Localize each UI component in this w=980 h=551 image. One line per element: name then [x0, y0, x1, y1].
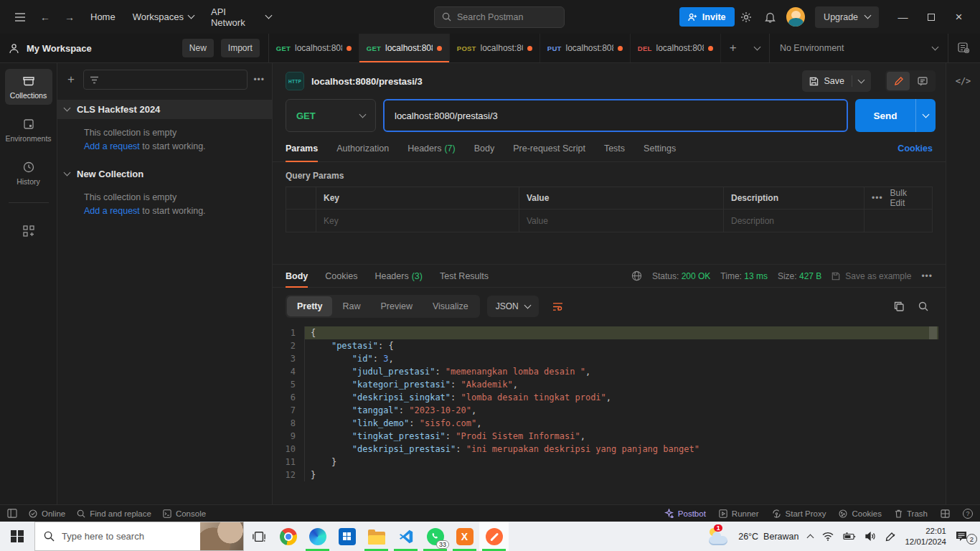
add-request-link[interactable]: Add a request: [84, 141, 140, 151]
taskbar-postman-icon[interactable]: [479, 522, 509, 551]
hamburger-menu-icon[interactable]: [7, 8, 33, 27]
user-avatar[interactable]: [786, 7, 805, 27]
battery-icon[interactable]: [843, 532, 856, 541]
taskbar-xampp-icon[interactable]: X: [450, 522, 479, 551]
view-raw[interactable]: Raw: [332, 296, 370, 316]
weather-text[interactable]: 26°C Berawan: [738, 532, 798, 542]
response-tab-test-results[interactable]: Test Results: [440, 265, 489, 287]
new-tab-button[interactable]: +: [721, 34, 745, 62]
view-pretty[interactable]: Pretty: [287, 296, 332, 316]
task-view-button[interactable]: [244, 522, 273, 551]
taskbar-search[interactable]: [34, 522, 244, 551]
taskbar-store-icon[interactable]: [332, 522, 362, 551]
find-and-replace[interactable]: Find and replace: [77, 509, 151, 518]
wrap-text-icon[interactable]: [546, 296, 570, 317]
response-tab-headers[interactable]: Headers(3): [374, 265, 423, 287]
wifi-icon[interactable]: [822, 532, 834, 541]
back-icon[interactable]: ←: [33, 7, 57, 27]
method-selector[interactable]: GET: [286, 99, 376, 132]
workspace-name[interactable]: My Workspace: [27, 43, 175, 54]
response-body-editor[interactable]: 1{2 "pestasi": {3 "id": 3,4 "judul_prest…: [273, 324, 946, 481]
code-snippet-icon[interactable]: </>: [956, 76, 971, 504]
invite-button[interactable]: Invite: [679, 7, 735, 27]
tab-headers[interactable]: Headers(7): [407, 135, 456, 161]
postbot-button[interactable]: Postbot: [664, 509, 706, 518]
save-as-example-button[interactable]: Save as example: [831, 271, 911, 281]
sidebar-filter[interactable]: [83, 70, 248, 90]
hidden-icons-chevron[interactable]: [807, 534, 814, 541]
notifications-bell-icon[interactable]: [758, 6, 782, 28]
tab-prerequest-script[interactable]: Pre-request Script: [513, 135, 585, 161]
param-value-input[interactable]: [527, 216, 716, 226]
edit-pencil-icon[interactable]: [887, 72, 910, 90]
import-button[interactable]: Import: [221, 39, 260, 57]
save-options-chevron[interactable]: [852, 75, 864, 87]
param-description-input[interactable]: [731, 216, 857, 226]
taskbar-file-explorer-icon[interactable]: [362, 522, 391, 551]
panel-layout-icon[interactable]: [941, 509, 950, 518]
global-search-input[interactable]: [457, 12, 543, 22]
response-tab-cookies[interactable]: Cookies: [325, 265, 357, 287]
settings-gear-icon[interactable]: [735, 6, 758, 28]
taskbar-chrome-icon[interactable]: [273, 522, 303, 551]
request-tab-5[interactable]: DEL localhost:8080: [631, 34, 721, 62]
search-response-icon[interactable]: [918, 301, 928, 311]
global-search[interactable]: [434, 6, 565, 28]
online-status[interactable]: Online: [29, 509, 65, 518]
runner-button[interactable]: Runner: [719, 509, 759, 518]
tab-body[interactable]: Body: [474, 135, 495, 161]
view-visualize[interactable]: Visualize: [423, 296, 479, 316]
window-close-button[interactable]: ×: [945, 6, 973, 29]
nav-api-network[interactable]: API Network: [211, 6, 271, 28]
help-icon[interactable]: ?: [963, 509, 973, 519]
network-globe-icon[interactable]: [631, 270, 642, 281]
request-tab-4[interactable]: PUT localhost:8080: [540, 34, 631, 62]
format-selector[interactable]: JSON: [487, 296, 539, 317]
collection-new-collection[interactable]: New Collection: [57, 164, 272, 184]
environment-selector[interactable]: No Environment: [769, 34, 948, 62]
copy-icon[interactable]: [894, 301, 904, 311]
collection-cls-hackfest[interactable]: CLS Hackfest 2024: [57, 100, 272, 119]
comment-icon[interactable]: [911, 72, 934, 90]
taskbar-vscode-icon[interactable]: [391, 522, 420, 551]
save-button[interactable]: Save: [802, 70, 872, 92]
cookies-button[interactable]: Cookies: [839, 509, 882, 518]
window-minimize-button[interactable]: —: [889, 6, 917, 29]
start-button[interactable]: [0, 522, 34, 551]
forward-icon[interactable]: →: [57, 7, 82, 27]
tab-settings[interactable]: Settings: [644, 135, 676, 161]
sidebar-filter-input[interactable]: [105, 75, 241, 85]
request-tab-3[interactable]: POST localhost:808: [450, 34, 540, 62]
taskbar-whatsapp-icon[interactable]: 33: [420, 522, 450, 551]
sidebar-item-environments[interactable]: Environments: [5, 112, 52, 148]
sidebar-more-icon[interactable]: •••: [253, 75, 265, 85]
nav-home[interactable]: Home: [90, 11, 116, 22]
param-key-input[interactable]: [324, 216, 512, 226]
scrollbar-thumb[interactable]: [929, 326, 937, 339]
taskbar-search-input[interactable]: [62, 531, 193, 542]
taskbar-edge-icon[interactable]: [303, 522, 332, 551]
sidebar-item-collections[interactable]: Collections: [5, 69, 52, 105]
trash-button[interactable]: Trash: [895, 509, 928, 518]
environment-quick-look-icon[interactable]: [948, 34, 980, 62]
send-options-chevron[interactable]: [915, 99, 936, 132]
response-tab-body[interactable]: Body: [286, 265, 308, 287]
add-request-link[interactable]: Add a request: [84, 206, 140, 216]
tab-tests[interactable]: Tests: [604, 135, 625, 161]
upgrade-button[interactable]: Upgrade: [815, 6, 879, 28]
response-more-icon[interactable]: •••: [921, 271, 933, 281]
add-collection-button[interactable]: +: [65, 72, 77, 87]
cookies-link[interactable]: Cookies: [897, 143, 933, 154]
window-restore-button[interactable]: [917, 6, 945, 29]
view-preview[interactable]: Preview: [370, 296, 422, 316]
tab-authorization[interactable]: Authorization: [336, 135, 389, 161]
bulk-edit-button[interactable]: •••Bulk Edit: [872, 188, 923, 208]
start-proxy-button[interactable]: Start Proxy: [772, 509, 826, 518]
request-tab-2-active[interactable]: GET localhost:8080: [359, 34, 450, 62]
url-input[interactable]: [395, 110, 837, 121]
send-button[interactable]: Send: [855, 99, 936, 132]
volume-icon[interactable]: [865, 532, 876, 541]
tab-options-chevron[interactable]: [745, 34, 769, 62]
notification-center-icon[interactable]: 2: [956, 531, 973, 542]
pen-icon[interactable]: [885, 532, 895, 542]
